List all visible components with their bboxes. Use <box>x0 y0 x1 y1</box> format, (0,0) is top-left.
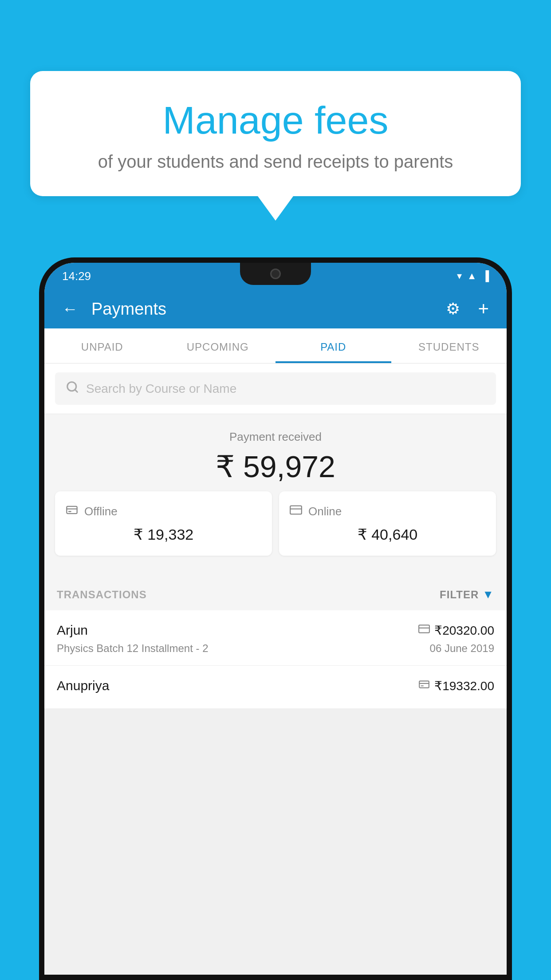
transaction-amount-anupriya: ₹19332.00 <box>418 679 494 693</box>
transaction-name-arjun: Arjun <box>57 623 88 638</box>
transaction-date-arjun: 06 June 2019 <box>430 642 494 655</box>
tabs: UNPAID UPCOMING PAID STUDENTS <box>44 328 507 364</box>
payment-received-label: Payment received <box>44 430 507 444</box>
speech-bubble-title: Manage fees <box>66 98 485 143</box>
speech-bubble-arrow <box>258 196 293 221</box>
offline-card-header: Offline <box>66 504 261 519</box>
filter-icon: ▼ <box>482 588 494 601</box>
online-amount: ₹ 40,640 <box>290 526 485 543</box>
filter-button[interactable]: FILTER ▼ <box>440 588 494 601</box>
status-time: 14:29 <box>62 269 91 283</box>
svg-rect-2 <box>67 506 77 514</box>
speech-bubble-container: Manage fees of your students and send re… <box>30 71 521 221</box>
offline-amount: ₹ 19,332 <box>66 526 261 543</box>
transactions-label: TRANSACTIONS <box>57 589 147 601</box>
transaction-row[interactable]: Anupriya ₹19332.00 <box>44 666 507 709</box>
online-card-header: Online <box>290 504 485 519</box>
app-bar: ← Payments ⚙ + <box>44 289 507 328</box>
status-icons: ▾ ▲ ▐ <box>457 270 489 282</box>
transaction-amount-value-anupriya: ₹19332.00 <box>434 679 494 693</box>
search-bar[interactable]: Search by Course or Name <box>55 372 496 405</box>
transaction-top-arjun: Arjun ₹20320.00 <box>57 623 494 638</box>
tab-students[interactable]: STUDENTS <box>391 328 507 363</box>
back-button[interactable]: ← <box>58 295 83 323</box>
transaction-row[interactable]: Arjun ₹20320.00 Physics Batch 12 Install… <box>44 610 507 666</box>
offline-payment-icon-small <box>418 679 430 693</box>
phone-side-button-left <box>39 352 40 387</box>
offline-payment-icon <box>66 504 78 519</box>
card-payment-icon <box>418 623 430 638</box>
svg-line-1 <box>75 390 77 392</box>
tab-unpaid[interactable]: UNPAID <box>44 328 160 363</box>
app-bar-title: Payments <box>91 300 433 319</box>
svg-rect-9 <box>419 681 429 688</box>
offline-label: Offline <box>84 505 118 518</box>
offline-payment-card: Offline ₹ 19,332 <box>55 491 272 556</box>
transaction-bottom-arjun: Physics Batch 12 Installment - 2 06 June… <box>57 642 494 655</box>
online-label: Online <box>308 505 342 518</box>
transaction-amount-value-arjun: ₹20320.00 <box>434 623 494 638</box>
payment-received-amount: ₹ 59,972 <box>44 449 507 484</box>
transaction-course-arjun: Physics Batch 12 Installment - 2 <box>57 642 208 655</box>
search-container: Search by Course or Name <box>44 364 507 414</box>
search-input[interactable]: Search by Course or Name <box>86 382 236 396</box>
transactions-header: TRANSACTIONS FILTER ▼ <box>44 579 507 610</box>
transaction-name-anupriya: Anupriya <box>57 678 109 693</box>
wifi-icon: ▾ <box>457 270 462 282</box>
online-payment-card: Online ₹ 40,640 <box>279 491 496 556</box>
tab-paid[interactable]: PAID <box>276 328 391 363</box>
speech-bubble-subtitle: of your students and send receipts to pa… <box>66 152 485 172</box>
battery-icon: ▐ <box>482 270 489 282</box>
phone-frame: 14:29 ▾ ▲ ▐ ← Payments ⚙ + UNPAID UPCOMI… <box>39 257 512 980</box>
phone-side-button-right <box>511 334 512 387</box>
search-icon <box>66 380 79 397</box>
online-payment-icon <box>290 504 302 519</box>
filter-label: FILTER <box>440 589 479 601</box>
svg-rect-7 <box>419 625 429 632</box>
signal-icon: ▲ <box>467 270 477 282</box>
settings-button[interactable]: ⚙ <box>441 295 464 323</box>
phone-screen: 14:29 ▾ ▲ ▐ ← Payments ⚙ + UNPAID UPCOMI… <box>44 263 507 975</box>
payment-section: Payment received ₹ 59,972 Offli <box>44 414 507 579</box>
svg-rect-5 <box>290 506 302 514</box>
speech-bubble: Manage fees of your students and send re… <box>30 71 521 196</box>
phone-notch <box>240 263 311 285</box>
payment-cards-row: Offline ₹ 19,332 Online <box>44 484 507 566</box>
tab-upcoming[interactable]: UPCOMING <box>160 328 276 363</box>
transaction-top-anupriya: Anupriya ₹19332.00 <box>57 678 494 693</box>
add-button[interactable]: + <box>473 294 493 324</box>
camera <box>270 269 281 279</box>
transaction-amount-arjun: ₹20320.00 <box>418 623 494 638</box>
